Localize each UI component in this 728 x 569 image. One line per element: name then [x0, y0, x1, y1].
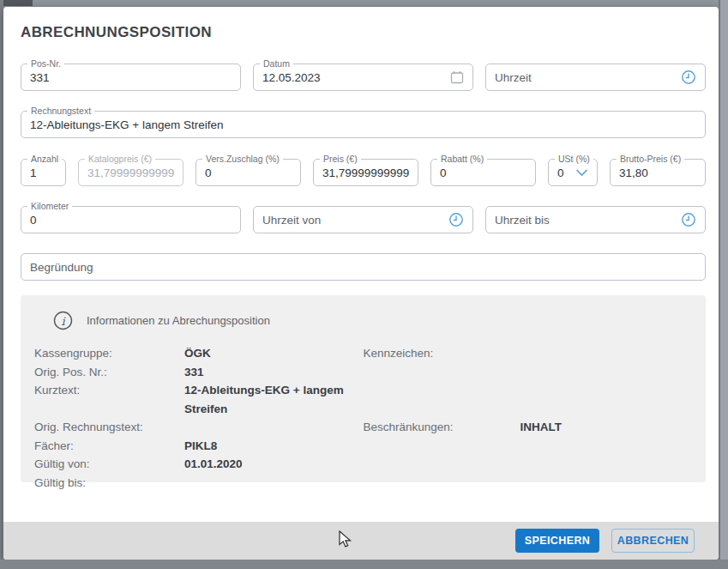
row-posnr-datum-uhrzeit: Pos-Nr. 331 Datum 12.05.2023 Uh [21, 64, 706, 91]
info-icon: i [53, 311, 73, 330]
row-begruendung: Begründung [21, 253, 706, 281]
anzahl-field[interactable]: Anzahl 1 [21, 159, 66, 186]
vers-zuschlag-label: Vers.Zuschlag (%) [202, 154, 283, 165]
info-label: Kurztext: [34, 381, 184, 418]
screen: ABRECHNUNGSPOSITION Pos-Nr. 331 Datum 12… [0, 0, 728, 569]
info-value: 331 [184, 363, 204, 382]
datum-value: 12.05.2023 [262, 71, 321, 84]
katalogpreis-value: 31,79999999999 [87, 166, 174, 179]
backdrop-bottom [0, 560, 728, 569]
katalogpreis-field: Katalogpreis (€) 31,79999999999 [78, 159, 184, 186]
rabatt-label: Rabatt (%) [437, 154, 487, 165]
uhrzeit-von-placeholder: Uhrzeit von [262, 214, 321, 227]
uhrzeit-bis-placeholder: Uhrzeit bis [495, 214, 550, 227]
brutto-preis-value: 31,80 [619, 166, 648, 179]
abrechnungsposition-dialog: ABRECHNUNGSPOSITION Pos-Nr. 331 Datum 12… [3, 7, 719, 560]
uhrzeit-placeholder: Uhrzeit [495, 71, 532, 84]
ust-select[interactable]: USt (%) 0 [548, 159, 598, 186]
datum-label: Datum [260, 58, 293, 70]
info-label: Orig. Rechnungstext: [34, 418, 184, 437]
info-value: 01.01.2020 [184, 455, 243, 474]
dialog-footer: SPEICHERN ABBRECHEN [3, 522, 719, 560]
info-panel-header: i Informationen zu Abrechungsposition [53, 311, 692, 330]
svg-text:i: i [61, 315, 65, 328]
uhrzeit-field[interactable]: Uhrzeit [485, 64, 706, 91]
info-panel-title: Informationen zu Abrechungsposition [87, 314, 270, 327]
background-window-edge [0, 0, 33, 6]
preis-field[interactable]: Preis (€) 31,79999999999 [313, 159, 418, 186]
clock-icon[interactable] [676, 212, 696, 227]
info-label: Kennzeichen: [364, 344, 520, 363]
pos-nr-field[interactable]: Pos-Nr. 331 [21, 64, 241, 91]
info-row-gueltig-von: Gültig von: 01.01.2020 [34, 455, 364, 474]
uhrzeit-von-field[interactable]: Uhrzeit von [253, 206, 473, 233]
info-column-left: Kassengruppe: ÖGK Orig. Pos. Nr.: 331 Ku… [34, 344, 364, 492]
brutto-preis-label: Brutto-Preis (€) [617, 154, 684, 165]
pos-nr-value: 331 [30, 71, 50, 84]
info-value: ÖGK [184, 344, 211, 363]
ust-label: USt (%) [555, 154, 593, 165]
begruendung-placeholder: Begründung [30, 261, 93, 274]
datum-field[interactable]: Datum 12.05.2023 [253, 64, 473, 91]
info-row-beschraenkungen: Beschränkungen: INHALT [364, 418, 693, 437]
info-value: INHALT [520, 418, 563, 437]
anzahl-value: 1 [30, 166, 37, 179]
preis-value: 31,79999999999 [322, 166, 409, 179]
anzahl-label: Anzahl [27, 154, 62, 165]
uhrzeit-bis-field[interactable]: Uhrzeit bis [485, 206, 706, 233]
row-preise: Anzahl 1 Katalogpreis (€) 31,79999999999… [21, 159, 706, 186]
abbrechen-button[interactable]: ABBRECHEN [611, 529, 695, 553]
vers-zuschlag-value: 0 [205, 166, 212, 179]
page-title: ABRECHNUNGSPOSITION [21, 24, 706, 41]
info-label: Kassengruppe: [34, 344, 184, 363]
info-row-kassengruppe: Kassengruppe: ÖGK [34, 344, 364, 363]
speichern-button[interactable]: SPEICHERN [515, 529, 599, 553]
pos-nr-label: Pos-Nr. [27, 58, 64, 70]
begruendung-field[interactable]: Begründung [21, 253, 706, 281]
rechnungstext-field[interactable]: Rechnungstext 12-Ableitungs-EKG + langem… [21, 111, 706, 138]
info-column-right: Kennzeichen: Beschränkungen: INHALT [364, 344, 693, 492]
chevron-down-icon[interactable] [570, 168, 588, 177]
info-row-faecher: Fächer: PIKL8 [34, 437, 364, 456]
row-rechnungstext: Rechnungstext 12-Ableitungs-EKG + langem… [21, 111, 706, 138]
brutto-preis-field[interactable]: Brutto-Preis (€) 31,80 [610, 159, 706, 186]
rabatt-value: 0 [440, 166, 447, 179]
info-panel: i Informationen zu Abrechungsposition Ka… [21, 295, 706, 482]
preis-label: Preis (€) [320, 154, 361, 165]
info-row-kurztext: Kurztext: 12-Ableitungs-EKG + langem Str… [34, 381, 364, 418]
backdrop-right [719, 0, 728, 569]
ust-value: 0 [557, 166, 564, 179]
info-value: 12-Ableitungs-EKG + langem Streifen [184, 381, 360, 418]
info-label: Gültig von: [34, 455, 184, 474]
backdrop-top [0, 0, 728, 7]
info-value: PIKL8 [184, 437, 217, 456]
spacer [364, 363, 693, 418]
calendar-icon[interactable] [445, 70, 464, 84]
row-kilometer-uhrzeiten: Kilometer 0 Uhrzeit von Uhrzeit bis [21, 206, 706, 233]
info-row-orig-pos-nr: Orig. Pos. Nr.: 331 [34, 363, 364, 382]
kilometer-label: Kilometer [27, 201, 72, 212]
info-label: Gültig bis: [34, 474, 184, 493]
rechnungstext-value: 12-Ableitungs-EKG + langem Streifen [30, 118, 224, 131]
kilometer-value: 0 [30, 214, 37, 227]
rechnungstext-label: Rechnungstext [27, 106, 94, 117]
katalogpreis-label: Katalogpreis (€) [85, 154, 155, 165]
info-row-gueltig-bis: Gültig bis: [34, 474, 364, 493]
dialog-content: ABRECHNUNGSPOSITION Pos-Nr. 331 Datum 12… [3, 7, 719, 522]
clock-icon[interactable] [676, 70, 696, 85]
info-label: Orig. Pos. Nr.: [34, 363, 184, 382]
info-columns: Kassengruppe: ÖGK Orig. Pos. Nr.: 331 Ku… [34, 344, 692, 492]
info-label: Fächer: [34, 437, 184, 456]
rabatt-field[interactable]: Rabatt (%) 0 [430, 159, 536, 186]
vers-zuschlag-field[interactable]: Vers.Zuschlag (%) 0 [196, 159, 301, 186]
info-row-orig-rechnungstext: Orig. Rechnungstext: [34, 418, 364, 437]
info-label: Beschränkungen: [364, 418, 520, 437]
info-row-kennzeichen: Kennzeichen: [364, 344, 693, 363]
clock-icon[interactable] [443, 212, 464, 227]
kilometer-field[interactable]: Kilometer 0 [21, 206, 241, 233]
